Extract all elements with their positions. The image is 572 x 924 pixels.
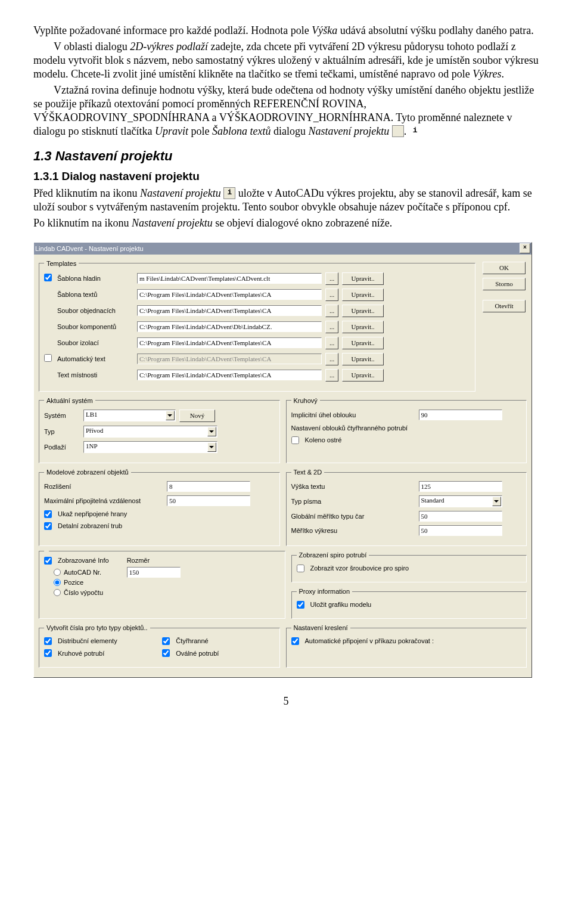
text: Před kliknutím na ikonu [33, 187, 140, 199]
browse-button[interactable]: ... [325, 289, 338, 301]
template-path-input[interactable] [137, 337, 322, 348]
radio-autocad-nr[interactable] [54, 569, 61, 576]
detailed-pipe-checkbox[interactable] [44, 522, 52, 530]
resolution-input[interactable] [167, 481, 250, 492]
template-row: Automatický text...Upravit.. [44, 353, 470, 365]
text: Vyplňte požadované informace pro každé p… [33, 24, 312, 36]
default-arc-angle-input[interactable] [419, 410, 502, 420]
max-connect-dist-input[interactable] [167, 495, 250, 506]
checkbox-label: Ukaž nepřipojené hrany [58, 510, 127, 518]
label: Typ [44, 427, 80, 436]
system-select[interactable]: LB1 [83, 410, 176, 421]
label: Globální měřítko typu čar [291, 512, 415, 520]
text-italic: Upravit [155, 125, 188, 137]
browse-button[interactable]: ... [325, 305, 338, 317]
template-label: Soubor objednacích [57, 306, 133, 315]
size-input[interactable] [127, 567, 181, 578]
drawing-scale-input[interactable] [419, 525, 502, 536]
show-unconnected-checkbox[interactable] [44, 510, 52, 518]
text-2d-group: Text & 2D Výška textu Typ písmaStandard … [286, 468, 527, 546]
chk-distribution[interactable] [44, 637, 52, 645]
text: Po kliknutím na ikonu [33, 217, 132, 229]
new-button[interactable]: Nový [179, 410, 215, 422]
text-height-input[interactable] [419, 481, 502, 492]
template-row: Soubor komponentů...Upravit.. [44, 321, 470, 333]
edit-button[interactable]: Upravit.. [342, 305, 384, 317]
checkbox-label: Uložit grafiku modelu [310, 600, 372, 609]
text-italic: 2D-výkres podlaží [130, 41, 208, 52]
template-checkbox[interactable] [44, 354, 52, 362]
text-italic: Nastavení projektu [140, 187, 221, 199]
helix-pattern-checkbox[interactable] [297, 565, 304, 572]
template-label: Šablona hladin [57, 274, 133, 283]
template-path-input[interactable] [137, 289, 322, 300]
ltype-scale-input[interactable] [419, 511, 502, 522]
info-icon: i [392, 125, 404, 137]
checkbox-label: Distribuční elementy [58, 637, 117, 645]
template-checkbox[interactable] [44, 274, 52, 281]
edit-button[interactable]: Upravit.. [342, 337, 384, 349]
save-model-graphics-checkbox[interactable] [297, 601, 304, 609]
template-path-input[interactable] [137, 321, 322, 332]
text: udává absolutní výšku podlahy daného pat… [337, 24, 533, 36]
select-value: LB1 [86, 411, 98, 418]
spiro-display-group: Zobrazení spiro potrubí Zobrazit vzor šr… [291, 551, 527, 582]
template-path-input[interactable] [137, 370, 322, 380]
cancel-button[interactable]: Storno [483, 278, 526, 290]
text-italic: Nastavení projektu [308, 125, 389, 137]
template-path-input[interactable] [137, 273, 322, 284]
current-system-group: Aktuální systém Systém LB1 Nový Typ Přív… [39, 396, 280, 463]
text: . [404, 125, 407, 137]
browse-button[interactable]: ... [325, 321, 338, 333]
titlebar: Lindab CADvent - Nastavení projektu × [34, 243, 531, 255]
paragraph-2: V oblasti dialogu 2D-výkres podlaží zade… [33, 40, 539, 81]
template-label: Soubor izolací [57, 339, 133, 347]
group-legend: Zobrazení spiro potrubí [297, 551, 369, 559]
close-icon[interactable]: × [520, 243, 530, 253]
displayed-info-checkbox[interactable] [44, 557, 52, 565]
templates-group: Templates Šablona hladin...Upravit..Šabl… [39, 259, 475, 392]
group-legend: Templates [44, 259, 79, 268]
info-icon: i [223, 187, 235, 199]
label: Rozměr [127, 556, 181, 565]
proxy-info-group: Proxy information Uložit grafiku modelu [291, 587, 527, 619]
label: Typ písma [291, 497, 415, 506]
radio-label: Pozice [64, 578, 83, 587]
label: Měřítko výkresu [291, 526, 415, 535]
displayed-info-group: Zobrazované Info AutoCAD Nr. Pozice Čísl… [39, 551, 285, 619]
template-row: Text místnosti...Upravit.. [44, 369, 470, 382]
checkbox-label: Koleno ostré [305, 436, 342, 444]
edit-button[interactable]: Upravit.. [342, 272, 384, 285]
template-label: Šablona textů [57, 290, 133, 299]
template-path-input[interactable] [137, 305, 322, 316]
open-button[interactable]: Otevřít [483, 300, 526, 312]
template-path-input [137, 354, 322, 364]
browse-button[interactable]: ... [325, 369, 338, 382]
select-value: Přívod [86, 427, 103, 434]
radio-calc-number[interactable] [54, 589, 61, 596]
edit-button[interactable]: Upravit.. [342, 289, 384, 301]
radio-position[interactable] [54, 579, 61, 586]
radio-label: AutoCAD Nr. [64, 568, 101, 576]
ok-button[interactable]: OK [483, 262, 526, 274]
chk-circular[interactable] [44, 649, 52, 657]
sharp-elbow-checkbox[interactable] [291, 436, 299, 444]
browse-button[interactable]: ... [325, 272, 338, 285]
number-generate-group: Vytvořit čísla pro tyto typy objektů.. D… [39, 624, 280, 667]
page-number: 5 [33, 694, 539, 708]
font-select[interactable]: Standard [419, 495, 502, 507]
edit-button[interactable]: Upravit.. [342, 353, 384, 365]
model-display-group: Modelové zobrazení objektů Rozlišení Max… [39, 468, 280, 546]
edit-button[interactable]: Upravit.. [342, 321, 384, 333]
text-italic: Šablona textů [212, 125, 271, 137]
floor-select[interactable]: 1NP [83, 441, 217, 453]
chk-rectangular[interactable] [162, 637, 170, 645]
label: Maximální připojitelná vzdálenost [44, 497, 163, 505]
browse-button[interactable]: ... [325, 353, 338, 365]
edit-button[interactable]: Upravit.. [342, 369, 384, 382]
chk-oval[interactable] [162, 649, 170, 657]
browse-button[interactable]: ... [325, 337, 338, 349]
type-select[interactable]: Přívod [83, 426, 217, 438]
auto-connect-checkbox[interactable] [291, 637, 299, 645]
template-label: Soubor komponentů [57, 323, 133, 331]
